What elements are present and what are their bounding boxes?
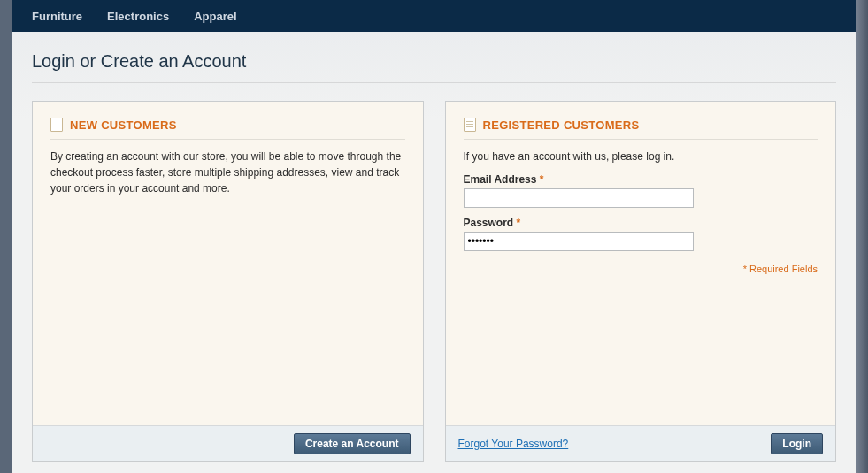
- nav-item-furniture[interactable]: Furniture: [32, 10, 82, 23]
- new-customers-title: NEW CUSTOMERS: [70, 118, 177, 132]
- document-icon: [50, 118, 63, 132]
- login-button[interactable]: Login: [771, 433, 823, 454]
- email-field-wrap: Email Address *: [464, 173, 818, 208]
- right-edge-shade: [856, 0, 868, 473]
- password-input[interactable]: [464, 232, 694, 251]
- password-field-wrap: Password *: [464, 217, 818, 251]
- registered-intro: If you have an account with us, please l…: [464, 149, 818, 164]
- columns: NEW CUSTOMERS By creating an account wit…: [32, 101, 836, 462]
- registered-customers-head: REGISTERED CUSTOMERS: [464, 118, 818, 140]
- registered-foot: Forgot Your Password? Login: [446, 425, 836, 461]
- required-asterisk: *: [540, 173, 544, 186]
- registered-customers-box: REGISTERED CUSTOMERS If you have an acco…: [445, 101, 837, 462]
- email-input[interactable]: [464, 188, 694, 208]
- page-title: Login or Create an Account: [32, 51, 836, 72]
- forgot-password-link[interactable]: Forgot Your Password?: [458, 438, 569, 450]
- document-lines-icon: [464, 118, 476, 132]
- required-asterisk: *: [517, 217, 521, 229]
- create-account-button[interactable]: Create an Account: [294, 433, 411, 454]
- content-area: Login or Create an Account NEW CUSTOMERS…: [12, 32, 856, 462]
- nav-item-apparel[interactable]: Apparel: [194, 10, 236, 23]
- nav-item-electronics[interactable]: Electronics: [107, 10, 169, 23]
- required-fields-note: * Required Fields: [464, 263, 818, 274]
- main-nav: Furniture Electronics Apparel: [12, 0, 856, 32]
- new-customers-foot: Create an Account: [33, 425, 423, 461]
- email-label: Email Address *: [464, 173, 818, 186]
- new-customers-head: NEW CUSTOMERS: [50, 118, 405, 140]
- new-customers-box: NEW CUSTOMERS By creating an account wit…: [32, 101, 424, 462]
- registered-customers-title: REGISTERED CUSTOMERS: [483, 118, 640, 132]
- new-customers-desc: By creating an account with our store, y…: [50, 149, 405, 196]
- password-label: Password *: [464, 217, 818, 229]
- title-divider: [32, 82, 836, 83]
